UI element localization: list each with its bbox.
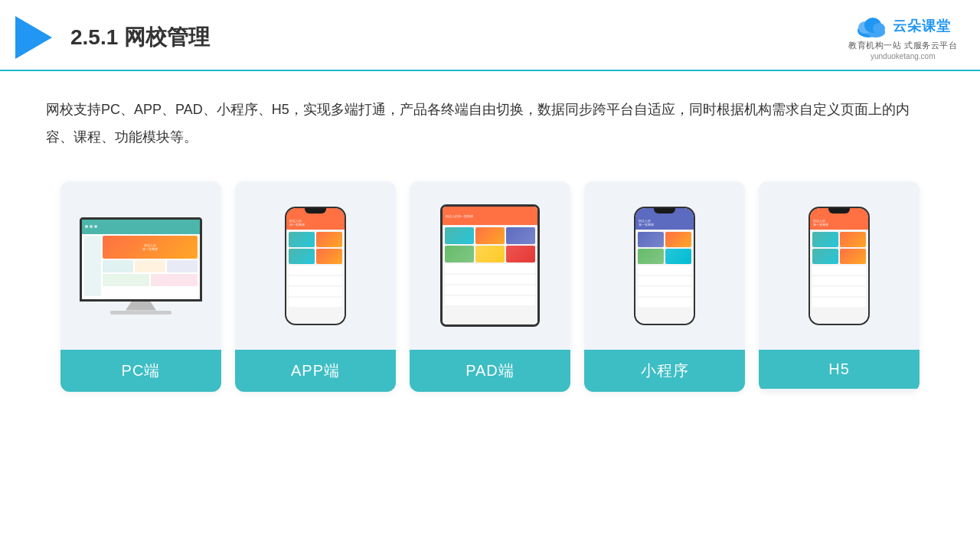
card-pc: 职达人的第一堂网课	[60, 181, 221, 392]
phone-screen-miniprogram: 职达人的第一堂网课	[635, 208, 694, 324]
cloud-icon	[854, 14, 888, 38]
pc-screen-content: 职达人的第一堂网课	[82, 220, 200, 299]
pc-mockup: 职达人的第一堂网课	[80, 217, 202, 315]
card-h5: 职达人的第一堂网课	[759, 181, 920, 392]
phone-mockup-h5: 职达人的第一堂网课	[808, 207, 870, 325]
card-miniprogram: 职达人的第一堂网课	[584, 181, 745, 392]
card-pc-label: PC端	[60, 350, 221, 392]
header-left: 2.5.1 网校管理	[15, 16, 210, 59]
logo-tagline: 教育机构一站 式服务云平台	[848, 40, 957, 51]
card-miniprogram-label: 小程序	[584, 350, 745, 392]
card-app-image: 职达人的第一堂网课	[235, 181, 396, 350]
phone-notch	[305, 208, 326, 214]
tablet-mockup: 职达人的第一堂网课	[440, 204, 540, 327]
brand-logo: 云朵课堂 教育机构一站 式服务云平台 yunduoketang.com	[848, 14, 957, 60]
tablet-body: 职达人的第一堂网课	[440, 204, 540, 327]
phone-mockup-miniprogram: 职达人的第一堂网课	[634, 207, 695, 325]
card-app-label: APP端	[235, 350, 396, 392]
phone-screen-h5: 职达人的第一堂网课	[810, 208, 868, 324]
card-pad-image: 职达人的第一堂网课	[410, 181, 570, 350]
phone-mockup-app: 职达人的第一堂网课	[285, 207, 346, 325]
phone-notch-h5	[828, 208, 850, 214]
page-header: 2.5.1 网校管理 云朵课堂 教育机构一站 式服务云平台 yunduoketa…	[0, 0, 980, 71]
phone-body-h5: 职达人的第一堂网课	[808, 207, 870, 325]
phone-screen-app: 职达人的第一堂网课	[286, 208, 345, 324]
tablet-screen: 职达人的第一堂网课	[443, 207, 537, 324]
description-text: 网校支持PC、APP、PAD、小程序、H5，实现多端打通，产品各终端自由切换，数…	[0, 71, 980, 166]
page-title: 2.5.1 网校管理	[70, 23, 210, 52]
card-h5-image: 职达人的第一堂网课	[759, 181, 920, 350]
pc-screen: 职达人的第一堂网课	[80, 217, 202, 302]
card-h5-label: H5	[759, 350, 920, 389]
card-pad: 职达人的第一堂网课	[410, 181, 570, 392]
brand-triangle-icon	[15, 16, 52, 59]
description-paragraph: 网校支持PC、APP、PAD、小程序、H5，实现多端打通，产品各终端自由切换，数…	[46, 96, 934, 151]
logo-url: yunduoketang.com	[871, 52, 936, 60]
card-miniprogram-image: 职达人的第一堂网课	[584, 181, 745, 350]
svg-point-4	[873, 23, 885, 34]
cards-container: 职达人的第一堂网课	[0, 166, 980, 407]
phone-body-miniprogram: 职达人的第一堂网课	[634, 207, 695, 325]
logo-container: 云朵课堂	[854, 14, 951, 38]
card-pc-image: 职达人的第一堂网课	[60, 181, 221, 350]
section-number: 2.5.1	[70, 25, 118, 49]
card-app: 职达人的第一堂网课	[235, 181, 396, 392]
phone-notch-miniprogram	[654, 208, 675, 214]
phone-body-app: 职达人的第一堂网课	[285, 207, 346, 325]
card-pad-label: PAD端	[410, 350, 570, 392]
section-title: 网校管理	[124, 25, 210, 49]
logo-text: 云朵课堂	[893, 17, 951, 35]
